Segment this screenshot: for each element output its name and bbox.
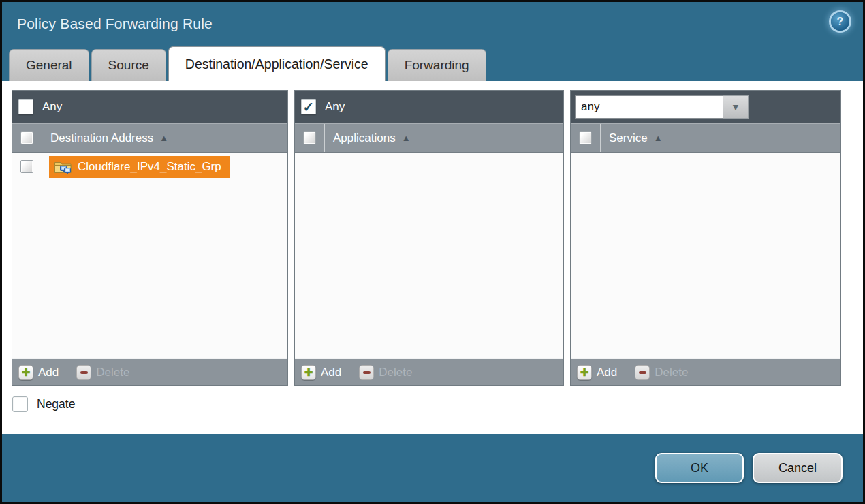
destination-footer: ✚ Add Delete: [12, 358, 287, 385]
destination-column-header[interactable]: Destination Address ▲: [42, 124, 168, 152]
applications-column: ✓ Any Applications ▲ ✚ Add: [294, 90, 564, 386]
negate-checkbox[interactable]: [12, 396, 28, 412]
cancel-button[interactable]: Cancel: [753, 453, 843, 483]
tab-destination-application-service[interactable]: Destination/Application/Service: [168, 46, 386, 81]
destination-any-label: Any: [42, 100, 62, 114]
add-plus-icon: ✚: [577, 365, 592, 380]
service-column-header[interactable]: Service ▲: [601, 124, 663, 152]
add-plus-icon: ✚: [18, 365, 33, 380]
ok-button[interactable]: OK: [655, 453, 744, 483]
destination-address-label: Cloudflare_IPv4_Static_Grp: [78, 160, 221, 174]
address-group-icon: [54, 159, 72, 174]
service-column: any ▼ Service ▲ ✚ Add: [570, 90, 841, 386]
dialog-title: Policy Based Forwarding Rule: [17, 16, 213, 32]
destination-delete-button[interactable]: Delete: [76, 365, 129, 380]
negate-label: Negate: [37, 397, 75, 411]
table-row: Cloudflare_IPv4_Static_Grp: [12, 153, 287, 180]
destination-list: Cloudflare_IPv4_Static_Grp: [12, 153, 287, 358]
negate-control: Negate: [12, 396, 75, 412]
service-type-value: any: [575, 95, 723, 119]
applications-any-label: Any: [325, 100, 345, 114]
tab-forwarding[interactable]: Forwarding: [388, 49, 486, 81]
help-icon[interactable]: ?: [831, 12, 849, 31]
applications-footer: ✚ Add Delete: [295, 358, 563, 385]
service-list: [571, 153, 840, 358]
applications-column-header[interactable]: Applications ▲: [325, 124, 411, 152]
service-delete-button[interactable]: Delete: [635, 365, 688, 380]
sort-asc-icon: ▲: [159, 133, 168, 143]
destination-selectall-checkbox[interactable]: [20, 131, 33, 144]
columns-container: Any Destination Address ▲: [12, 90, 853, 386]
service-header-row: Service ▲: [571, 123, 840, 153]
destination-column: Any Destination Address ▲: [12, 90, 288, 386]
applications-delete-button[interactable]: Delete: [359, 365, 412, 380]
service-type-dropdown[interactable]: any ▼: [575, 95, 749, 119]
tab-general[interactable]: General: [9, 49, 89, 81]
pbf-rule-dialog: Policy Based Forwarding Rule ? General S…: [0, 0, 865, 504]
applications-header-row: Applications ▲: [295, 123, 563, 153]
row-checkbox[interactable]: [20, 160, 33, 173]
delete-minus-icon: [76, 365, 91, 380]
service-selectall-checkbox[interactable]: [579, 131, 592, 144]
service-add-button[interactable]: ✚ Add: [577, 365, 617, 380]
add-plus-icon: ✚: [301, 365, 316, 380]
applications-any-bar: ✓ Any: [295, 91, 563, 123]
destination-header-row: Destination Address ▲: [12, 123, 287, 153]
applications-add-button[interactable]: ✚ Add: [301, 365, 341, 380]
dialog-titlebar: Policy Based Forwarding Rule ?: [2, 2, 863, 46]
destination-add-button[interactable]: ✚ Add: [18, 365, 59, 380]
applications-list: [295, 153, 563, 358]
destination-any-checkbox[interactable]: [18, 99, 33, 114]
applications-selectall-checkbox[interactable]: [303, 131, 316, 144]
delete-minus-icon: [359, 365, 374, 380]
applications-any-checkbox[interactable]: ✓: [301, 99, 316, 114]
sort-asc-icon: ▲: [654, 133, 663, 143]
dialog-action-bar: OK Cancel: [2, 434, 863, 502]
service-footer: ✚ Add Delete: [571, 358, 840, 385]
chevron-down-icon[interactable]: ▼: [723, 95, 749, 119]
tab-content: Any Destination Address ▲: [2, 81, 863, 434]
service-dropdown-bar: any ▼: [571, 91, 840, 123]
tab-source[interactable]: Source: [91, 49, 166, 81]
destination-address-item[interactable]: Cloudflare_IPv4_Static_Grp: [49, 156, 230, 178]
tab-bar: General Source Destination/Application/S…: [2, 46, 863, 81]
delete-minus-icon: [635, 365, 650, 380]
destination-any-bar: Any: [12, 91, 287, 123]
sort-asc-icon: ▲: [402, 133, 411, 143]
